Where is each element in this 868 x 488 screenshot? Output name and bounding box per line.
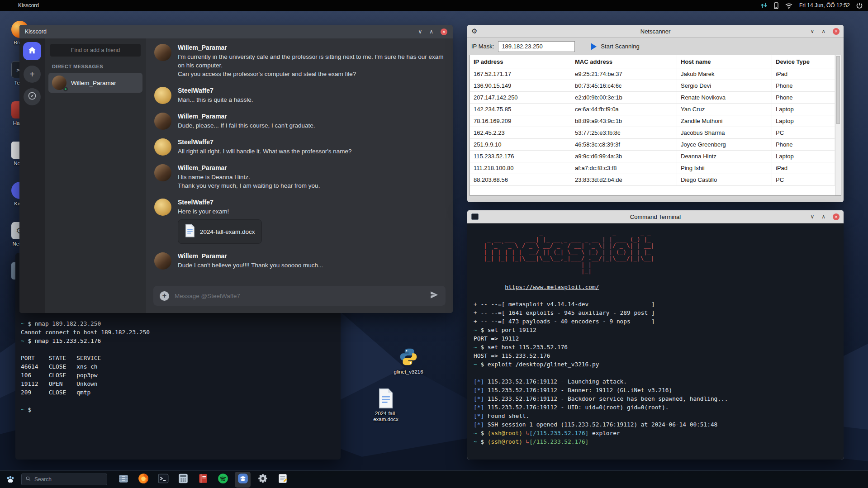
terminal-titlebar[interactable]: Command Terminal ∨ ∧ × [467,210,844,223]
column-header[interactable]: Device Type [772,55,835,68]
device-row[interactable]: 136.90.15.149b0:73:45:16:c4:6cSergio Dev… [470,80,835,92]
cell: e9:25:21:74:be:37 [571,68,677,80]
netscanner-titlebar[interactable]: ⚙ Netscanner ∨ ∧ × [467,25,844,38]
ip-mask-label: IP Mask: [471,43,494,50]
network-traffic-icon[interactable] [760,2,768,9]
chat-message: Willem_ParamarDude I can't believe you!!… [154,252,445,270]
cell: 111.218.100.80 [470,162,571,174]
terminal-line: 106 CLOSE pop3pw [21,371,335,379]
kisscord-window: Kisscord ∨ ∧ × + Find or add a friend [19,25,453,313]
netscanner-window: ⚙ Netscanner ∨ ∧ × IP Mask: 189.182.23.2… [467,25,844,202]
cell: 167.52.171.17 [470,68,571,80]
device-row[interactable]: 88.203.68.5623:83:3d:d2:b4:deDiego Casti… [470,174,835,186]
taskbar-app-firefox[interactable] [135,472,151,488]
cell: Ping Ishii [677,162,772,174]
file-label: glinet_v3216 [388,369,429,375]
attachment-filename: 2024-fall-exam.docx [200,228,255,235]
settings-icon [257,473,269,486]
terminal-line: 209 CLOSE qmtp [21,388,335,397]
close-icon[interactable]: × [833,213,840,220]
cell: Phone [772,80,835,91]
device-table: IP addressMAC addressHost nameDevice Typ… [470,55,841,196]
device-row[interactable]: 111.218.100.80af:a7:dc:f8:c3:f8Ping Ishi… [470,162,835,174]
device-row[interactable]: 167.52.171.17e9:25:21:74:be:37Jakub Mare… [470,68,835,80]
taskbar-app-reader[interactable] [195,472,211,488]
column-header[interactable]: MAC address [571,55,677,68]
column-header[interactable]: IP address [470,55,571,68]
cell: Jakub Marek [677,68,772,80]
file-manager-icon [118,473,129,486]
close-icon[interactable]: × [833,28,840,35]
file-attachment[interactable]: 2024-fall-exam.docx [178,219,262,244]
cell: Deanna Hintz [677,151,772,162]
ascii-art-line: | | | | | | __/ || (_| \__ \ |_) | | (_)… [484,249,837,255]
device-row[interactable]: 115.233.52.176a9:9c:d6:99:4a:3bDeanna Hi… [470,151,835,162]
cell: Joyce Greenberg [677,139,772,150]
rolldown-icon[interactable]: ∨ [810,28,814,34]
netscanner-rows: 167.52.171.17e9:25:21:74:be:37Jakub Mare… [470,68,841,186]
device-row[interactable]: 78.16.169.209b8:89:a9:43:9c:1bZandile Mu… [470,115,835,127]
device-row[interactable]: 162.45.2.2353:77:25:e3:fb:8cJacobus Shar… [470,127,835,139]
column-header[interactable]: Host name [677,55,772,68]
cell: 115.233.52.176 [470,151,571,162]
taskbar-app-notes[interactable] [275,472,290,488]
cell: ce:6a:44:fb:f9:0a [571,104,677,115]
taskbar-app-calculator[interactable] [175,472,191,488]
terminal-line: ~ $ nmap 189.182.23.250 [21,319,335,328]
cell: 251.9.9.10 [470,139,571,150]
scrollbar-thumb[interactable] [836,56,840,124]
terminal-line: [*] 115.233.52.176:19112 - Launching att… [474,377,837,386]
rolldown-icon[interactable]: ∨ [418,29,422,34]
start-scanning-button[interactable]: Start Scanning [586,42,644,52]
attach-icon[interactable]: + [160,291,169,301]
kisscord-titlebar[interactable]: Kisscord ∨ ∧ × [19,25,453,38]
terminal-line: ~ $ set port 19112 [474,326,837,334]
desktop-icon-exam-docx[interactable]: 2024-fall- exam.docx [366,388,405,422]
taskbar-search-input[interactable]: Search [21,474,107,485]
plus-icon: + [29,69,35,80]
dm-item-willem[interactable]: Willem_Paramar [48,73,142,93]
table-scrollbar[interactable] [835,55,841,195]
rolldown-icon[interactable]: ∨ [810,214,814,219]
taskbar-app-kisscord[interactable] [235,472,251,488]
terminal-line: Cannot connect to host 189.182.23.250 [21,328,335,336]
start-menu-button[interactable] [4,473,17,486]
friend-search-input[interactable]: Find or add a friend [50,44,141,57]
message-text: All right all right. I will handle it. W… [178,147,352,156]
chat-message: SteelWaffe7All right all right. I will h… [154,138,445,156]
gear-icon[interactable]: ⚙ [471,27,477,35]
clock[interactable]: Fri 14 Jun, ÖÖ 12:52 [799,2,850,9]
taskbar-app-settings[interactable] [255,472,270,488]
rollup-icon[interactable]: ∧ [429,29,433,34]
device-row[interactable]: 207.147.142.250e2:d0:9b:00:3e:1bRenate N… [470,92,835,104]
taskbar-app-terminal[interactable] [155,472,171,488]
home-button[interactable] [23,42,41,60]
terminal-line: 19112 OPEN Unkown [21,379,335,388]
cell: Diego Castillo [677,174,772,185]
message-input[interactable]: + Message @SteelWaffe7 [153,286,446,306]
dm-name: Willem_Paramar [71,80,116,86]
phone-icon[interactable] [774,2,778,9]
terminal-body[interactable]: _ _ _ _ _ __ ___ ___| |_ __ _ ___ _ __ |… [467,223,844,460]
rollup-icon[interactable]: ∧ [821,214,825,219]
cell: Laptop [772,115,835,127]
taskbar-app-spotify[interactable] [215,472,231,488]
terminal-icon [157,473,169,486]
send-icon[interactable] [429,290,439,302]
device-row[interactable]: 251.9.9.1046:58:3c:c8:39:3fJoyce Greenbe… [470,139,835,151]
power-icon[interactable] [856,2,863,9]
add-server-button[interactable]: + [24,66,41,83]
terminal-line [474,274,837,283]
ip-mask-input[interactable]: 189.182.23.250 [498,41,575,52]
rollup-icon[interactable]: ∧ [821,28,825,34]
desktop-icon-glinet-script[interactable]: glinet_v3216 [388,346,429,375]
terminal-line: PORT => 19112 [474,334,837,343]
message-author: Willem_Paramar [178,44,445,51]
taskbar-app-file-manager[interactable] [115,472,131,488]
device-row[interactable]: 142.234.75.85ce:6a:44:fb:f9:0aYan CruzLa… [470,104,835,115]
terminal-icon [471,213,479,220]
close-icon[interactable]: × [441,28,447,35]
wifi-icon[interactable] [785,3,793,9]
explore-button[interactable] [24,88,41,105]
terminal-line: ~ $ [21,405,335,414]
